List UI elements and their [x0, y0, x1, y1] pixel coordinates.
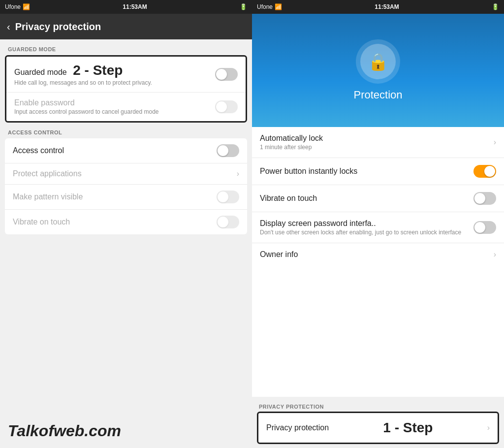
left-carrier: Ufone 📶: [5, 3, 30, 10]
left-status-bar: Ufone 📶 11:53AM 🔋: [0, 0, 252, 14]
auto-lock-title: Automatically lock: [260, 134, 494, 143]
left-panel: Ufone 📶 11:53AM 🔋 ‹ Privacy protection G…: [0, 0, 252, 448]
auto-lock-chevron: ›: [494, 138, 496, 147]
privacy-protection-chevron: ›: [487, 423, 490, 432]
make-pattern-text: Make pattern visible: [13, 192, 217, 201]
power-button-text: Power button instantly locks: [260, 167, 473, 176]
auto-lock-text: Automatically lock 1 minute after sleep: [260, 134, 494, 151]
guarded-mode-text: Guarded mode 2 - Step Hide call log, mes…: [14, 63, 215, 86]
right-vibrate-item[interactable]: Vibrate on touch: [252, 185, 504, 212]
watermark: Talkofweb.com: [0, 414, 252, 448]
left-top-bar: ‹ Privacy protection: [0, 14, 252, 39]
left-status-icons: 🔋: [240, 3, 247, 10]
access-control-toggle[interactable]: [217, 144, 239, 157]
enable-password-title: Enable password: [14, 98, 215, 107]
power-button-title: Power button instantly locks: [260, 167, 473, 176]
page-title: Privacy protection: [15, 21, 101, 32]
owner-info-text: Owner info: [260, 250, 494, 259]
back-button[interactable]: ‹: [7, 21, 10, 32]
guarded-mode-card: Guarded mode 2 - Step Hide call log, mes…: [5, 55, 247, 123]
settings-list: Automatically lock 1 minute after sleep …: [252, 127, 504, 397]
auto-lock-subtitle: 1 minute after sleep: [260, 144, 494, 151]
display-screen-item[interactable]: Display screen password interfa.. Don't …: [252, 212, 504, 243]
left-battery-icon: 🔋: [240, 3, 247, 10]
protection-title: Protection: [353, 89, 402, 101]
privacy-protection-item[interactable]: Privacy protection 1 - Step ›: [258, 413, 498, 443]
enable-password-toggle[interactable]: [215, 100, 238, 113]
display-screen-subtitle: Don't use other screen locks after enabl…: [260, 229, 473, 236]
right-time: 11:53AM: [375, 3, 399, 10]
right-vibrate-toggle[interactable]: [473, 192, 496, 205]
left-carrier-name: Ufone: [5, 3, 21, 10]
enable-password-item[interactable]: Enable password Input access control pas…: [6, 93, 246, 121]
vibrate-touch-item[interactable]: Vibrate on touch: [5, 210, 247, 234]
right-signal-icon: 📶: [275, 3, 282, 10]
access-control-section-label: ACCESS CONTROL: [0, 123, 252, 138]
guarded-mode-toggle[interactable]: [215, 68, 238, 81]
protect-apps-title: Protect applications: [13, 169, 237, 178]
privacy-section: PRIVACY PROTECTION Privacy protection 1 …: [252, 397, 504, 448]
privacy-protection-title: Privacy protection: [266, 423, 329, 432]
make-pattern-toggle[interactable]: [217, 191, 239, 203]
privacy-card: Privacy protection 1 - Step ›: [257, 412, 499, 444]
protect-apps-item[interactable]: Protect applications ›: [5, 163, 247, 185]
left-time: 11:53AM: [123, 3, 147, 10]
protection-header: 🔒 Protection: [252, 14, 504, 127]
access-control-card: Access control Protect applications › Ma…: [5, 138, 247, 234]
protect-apps-chevron: ›: [237, 169, 239, 178]
enable-password-subtitle: Input access control password to cancel …: [14, 108, 215, 115]
vibrate-touch-toggle[interactable]: [217, 216, 239, 228]
right-status-icons: 🔋: [492, 3, 499, 10]
access-control-text: Access control: [13, 146, 217, 155]
access-control-item[interactable]: Access control: [5, 138, 247, 163]
right-carrier: Ufone 📶: [257, 3, 282, 10]
lock-outer-circle: 🔒: [356, 39, 400, 84]
lock-icon: 🔒: [368, 52, 388, 71]
step2-label: 2 - Step: [73, 63, 123, 78]
right-battery-icon: 🔋: [492, 3, 499, 10]
privacy-section-label: PRIVACY PROTECTION: [257, 401, 499, 412]
make-pattern-title: Make pattern visible: [13, 192, 217, 201]
enable-password-text: Enable password Input access control pas…: [14, 98, 215, 115]
auto-lock-item[interactable]: Automatically lock 1 minute after sleep …: [252, 127, 504, 158]
left-signal-icon: 📶: [23, 3, 30, 10]
step1-label: 1 - Step: [383, 420, 433, 436]
protect-apps-text: Protect applications: [13, 169, 237, 178]
display-screen-text: Display screen password interfa.. Don't …: [260, 219, 473, 236]
guarded-mode-item[interactable]: Guarded mode 2 - Step Hide call log, mes…: [6, 57, 246, 93]
guarded-mode-title: Guarded mode 2 - Step: [14, 63, 215, 78]
access-control-title: Access control: [13, 146, 217, 155]
display-screen-toggle[interactable]: [473, 221, 496, 234]
owner-info-chevron: ›: [494, 250, 496, 259]
right-carrier-name: Ufone: [257, 3, 273, 10]
guarded-mode-subtitle: Hide call log, messages and so on to pro…: [14, 79, 215, 86]
right-panel: Ufone 📶 11:53AM 🔋 🔒 Protection Automatic…: [252, 0, 504, 448]
power-button-toggle[interactable]: [473, 165, 496, 178]
power-button-item[interactable]: Power button instantly locks: [252, 158, 504, 185]
vibrate-touch-text: Vibrate on touch: [13, 218, 217, 226]
vibrate-touch-title: Vibrate on touch: [13, 218, 217, 226]
lock-inner-circle: 🔒: [360, 44, 396, 79]
right-vibrate-title: Vibrate on touch: [260, 194, 473, 203]
make-pattern-item[interactable]: Make pattern visible: [5, 185, 247, 210]
owner-info-title: Owner info: [260, 250, 494, 259]
guarded-mode-section-label: GUARDED MODE: [0, 39, 252, 55]
owner-info-item[interactable]: Owner info ›: [252, 243, 504, 266]
right-status-bar: Ufone 📶 11:53AM 🔋: [252, 0, 504, 14]
display-screen-title: Display screen password interfa..: [260, 219, 473, 228]
right-vibrate-text: Vibrate on touch: [260, 194, 473, 203]
